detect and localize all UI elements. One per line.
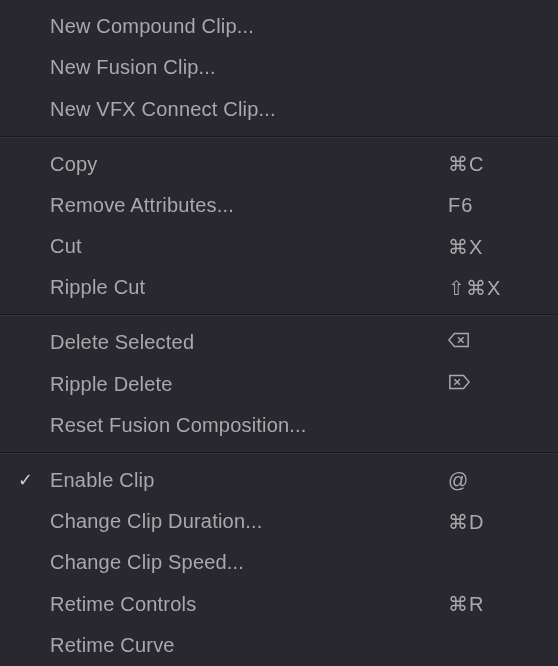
menu-item-shortcut: ⌘D — [448, 510, 518, 534]
menu-item-label: Enable Clip — [50, 469, 448, 492]
menu-item-remove-attributes[interactable]: Remove Attributes...F6 — [0, 185, 558, 226]
menu-item-change-duration[interactable]: Change Clip Duration...⌘D — [0, 501, 558, 542]
checkmark-icon: ✓ — [0, 469, 50, 491]
context-menu: New Compound Clip...New Fusion Clip...Ne… — [0, 0, 558, 666]
menu-item-label: Change Clip Duration... — [50, 510, 448, 533]
menu-item-new-vfx-connect[interactable]: New VFX Connect Clip... — [0, 88, 558, 129]
menu-item-retime-curve[interactable]: Retime Curve — [0, 625, 558, 666]
menu-item-label: New Fusion Clip... — [50, 56, 448, 79]
menu-item-shortcut: @ — [448, 469, 518, 492]
menu-item-label: New Compound Clip... — [50, 15, 448, 38]
menu-item-label: Remove Attributes... — [50, 194, 448, 217]
menu-item-label: Ripple Delete — [50, 373, 448, 396]
menu-item-label: Reset Fusion Composition... — [50, 414, 448, 437]
menu-item-label: Cut — [50, 235, 448, 258]
menu-item-change-speed[interactable]: Change Clip Speed... — [0, 542, 558, 583]
menu-item-label: Retime Curve — [50, 634, 448, 657]
menu-item-new-fusion-clip[interactable]: New Fusion Clip... — [0, 47, 558, 88]
menu-separator — [0, 314, 558, 316]
menu-item-label: Copy — [50, 153, 448, 176]
menu-item-new-compound-clip[interactable]: New Compound Clip... — [0, 6, 558, 47]
menu-item-label: Retime Controls — [50, 593, 448, 616]
menu-item-cut[interactable]: Cut⌘X — [0, 226, 558, 267]
menu-item-shortcut: F6 — [448, 194, 518, 217]
menu-item-copy[interactable]: Copy⌘C — [0, 144, 558, 185]
menu-separator — [0, 136, 558, 138]
menu-item-label: Change Clip Speed... — [50, 551, 448, 574]
menu-item-ripple-cut[interactable]: Ripple Cut⇧⌘X — [0, 267, 558, 308]
menu-item-shortcut: ⌘C — [448, 152, 518, 176]
menu-item-enable-clip[interactable]: ✓Enable Clip@ — [0, 460, 558, 501]
menu-item-label: Delete Selected — [50, 331, 448, 354]
menu-item-shortcut: ⌘X — [448, 235, 518, 259]
menu-item-ripple-delete[interactable]: Ripple Delete — [0, 364, 558, 405]
menu-item-reset-fusion-comp[interactable]: Reset Fusion Composition... — [0, 405, 558, 446]
menu-item-label: New VFX Connect Clip... — [50, 98, 448, 121]
menu-separator — [0, 452, 558, 454]
menu-item-label: Ripple Cut — [50, 276, 448, 299]
menu-item-delete-selected[interactable]: Delete Selected — [0, 322, 558, 363]
menu-item-retime-controls[interactable]: Retime Controls⌘R — [0, 584, 558, 625]
delete-right-icon — [448, 373, 518, 396]
menu-item-shortcut: ⇧⌘X — [448, 276, 518, 300]
delete-left-icon — [448, 331, 518, 354]
menu-item-shortcut: ⌘R — [448, 592, 518, 616]
